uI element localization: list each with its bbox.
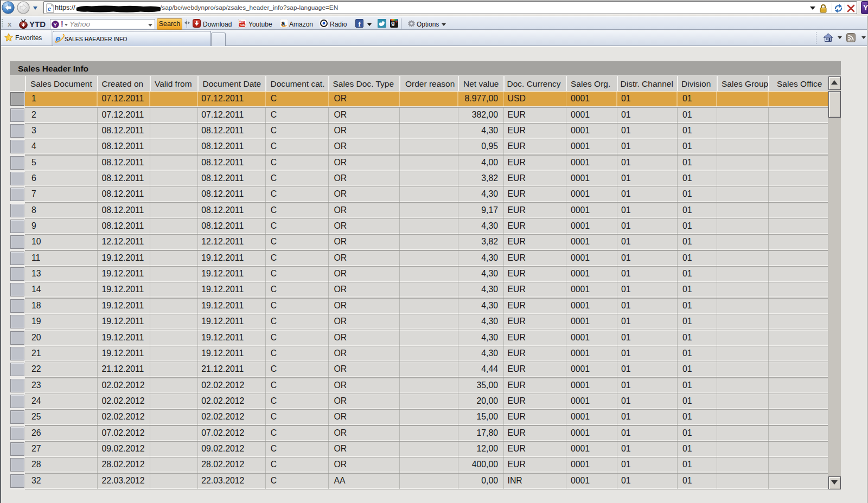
svg-text:e: e bbox=[48, 5, 51, 12]
svg-text:Y: Y bbox=[53, 22, 57, 28]
svg-text:Tube: Tube bbox=[239, 23, 246, 27]
svg-text:You: You bbox=[239, 20, 245, 23]
